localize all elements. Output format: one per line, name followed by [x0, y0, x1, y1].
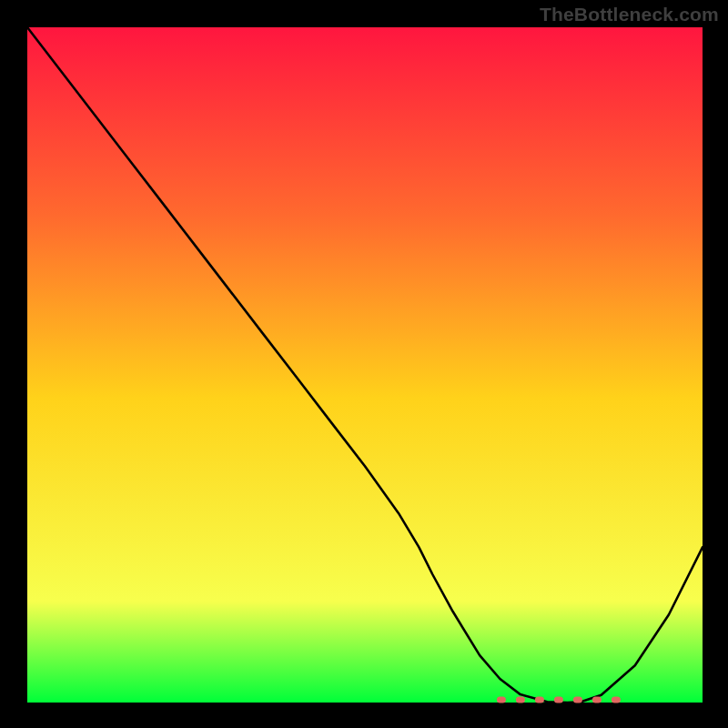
plot-background	[27, 27, 703, 703]
bottleneck-chart	[0, 0, 728, 728]
chart-stage: TheBottleneck.com	[0, 0, 728, 728]
